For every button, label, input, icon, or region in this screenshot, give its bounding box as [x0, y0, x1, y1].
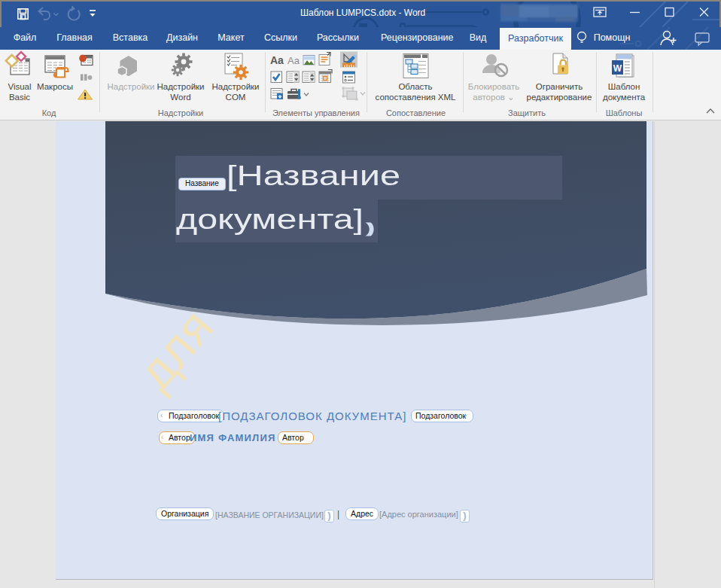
svg-text:Aa: Aa	[287, 55, 300, 66]
svg-text:Aa: Aa	[270, 54, 284, 66]
svg-text:W: W	[613, 63, 622, 74]
svg-text:для: для	[126, 299, 224, 400]
